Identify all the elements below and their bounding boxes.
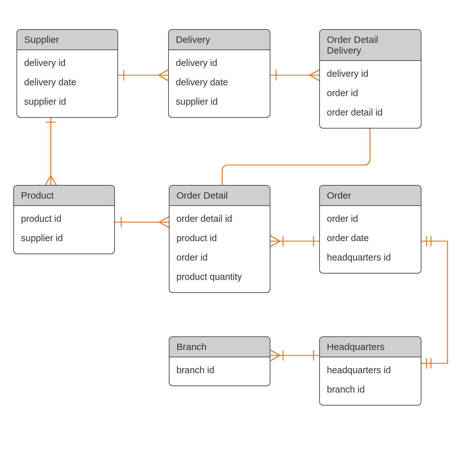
entity-order-detail-delivery[interactable]: Order Detail Delivery delivery id order …	[319, 29, 421, 129]
entity-attrs: order detail id product id order id prod…	[169, 206, 270, 292]
entity-attr: supplier id	[24, 92, 110, 111]
svg-line-34	[270, 350, 280, 355]
entity-order[interactable]: Order order id order date headquarters i…	[319, 185, 421, 274]
entity-attr: order date	[327, 228, 414, 248]
entity-title: Delivery	[169, 30, 270, 50]
entity-attrs: headquarters id branch id	[320, 357, 421, 405]
rel-supplier-product	[45, 115, 56, 185]
entity-title: Order Detail Delivery	[320, 30, 421, 61]
entity-attr: headquarters id	[327, 360, 414, 380]
entity-order-detail[interactable]: Order Detail order detail id product id …	[169, 185, 270, 293]
entity-attr: delivery id	[176, 53, 263, 73]
entity-attr: delivery id	[327, 64, 414, 83]
er-diagram-canvas: Supplier delivery id delivery date suppl…	[0, 0, 476, 476]
entity-title: Branch	[169, 337, 270, 357]
entity-attr: order id	[176, 248, 263, 267]
entity-supplier[interactable]: Supplier delivery id delivery date suppl…	[17, 29, 118, 118]
svg-line-2	[159, 70, 168, 75]
svg-line-35	[270, 355, 280, 361]
entity-branch[interactable]: Branch branch id	[169, 336, 270, 386]
svg-line-6	[310, 70, 319, 75]
entity-attr: product quantity	[176, 267, 263, 287]
entity-title: Product	[14, 186, 114, 206]
svg-line-3	[159, 75, 168, 81]
entity-attr: branch id	[327, 380, 414, 399]
entity-attrs: delivery id order id order detail id	[320, 61, 421, 128]
entity-attr: branch id	[176, 360, 263, 380]
entity-delivery[interactable]: Delivery delivery id delivery date suppl…	[168, 29, 270, 118]
svg-line-16	[51, 175, 56, 185]
entity-attr: product id	[21, 209, 107, 228]
entity-attrs: delivery id delivery date supplier id	[169, 50, 270, 117]
entity-attrs: product id supplier id	[14, 206, 114, 254]
entity-title: Order Detail	[169, 186, 270, 206]
svg-line-20	[159, 222, 169, 228]
rel-delivery-odd	[270, 70, 319, 81]
entity-attr: delivery id	[24, 53, 110, 73]
entity-attr: delivery date	[176, 73, 263, 92]
rel-product-orderdetail	[115, 217, 169, 228]
entity-title: Supplier	[17, 30, 117, 50]
entity-title: Order	[320, 186, 421, 206]
rel-orderdetail-order	[270, 236, 319, 247]
entity-attrs: branch id	[169, 357, 270, 386]
entity-attrs: delivery id delivery date supplier id	[17, 50, 117, 117]
entity-attr: headquarters id	[327, 248, 414, 267]
entity-attr: supplier id	[176, 92, 263, 111]
entity-attr: delivery date	[24, 73, 110, 92]
svg-line-7	[310, 75, 319, 81]
svg-line-15	[45, 175, 51, 185]
entity-attr: order id	[327, 83, 414, 103]
entity-product[interactable]: Product product id supplier id	[13, 185, 115, 254]
entity-attr: order id	[327, 209, 414, 228]
entity-attr: order detail id	[176, 209, 263, 228]
rel-branch-headquarters	[270, 350, 319, 361]
svg-line-19	[159, 217, 169, 222]
entity-attr: supplier id	[21, 228, 107, 248]
svg-line-23	[270, 241, 280, 247]
entity-title: Headquarters	[320, 337, 421, 357]
rel-order-headquarters	[421, 236, 447, 368]
entity-attr: order detail id	[327, 103, 414, 122]
entity-headquarters[interactable]: Headquarters headquarters id branch id	[319, 336, 421, 406]
svg-line-22	[270, 236, 280, 241]
rel-supplier-delivery	[118, 70, 168, 81]
entity-attr: product id	[176, 228, 263, 248]
entity-attrs: order id order date headquarters id	[320, 206, 421, 273]
